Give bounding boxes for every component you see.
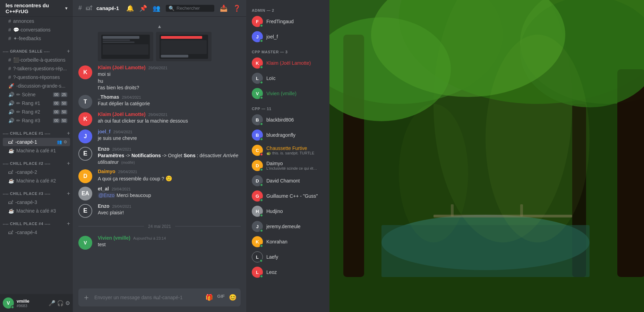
- category-chill2[interactable]: ---- CHILL PLACE #2 ---- +: [0, 155, 73, 168]
- channel-item-discussion[interactable]: 🚀 -discussion-grande-s...: [3, 82, 70, 90]
- inbox-icon[interactable]: 📥: [220, 5, 227, 12]
- message-author: Klaim (Joël Lamotte): [98, 65, 146, 70]
- message-input[interactable]: [94, 291, 201, 304]
- emoji-icon[interactable]: 😊: [229, 294, 237, 301]
- message-group: EA et_al 29/04/2021 @Enzo Merci beaucoup: [73, 185, 246, 201]
- message-author: Klaim (Joël Lamotte): [98, 112, 146, 117]
- gif-icon[interactable]: GIF: [217, 294, 225, 301]
- channel-item-feedbacks[interactable]: # ✦-feedbacks: [3, 34, 70, 43]
- member-name: bluedragonfly: [266, 132, 295, 138]
- add-channel-icon[interactable]: +: [67, 191, 70, 196]
- member-item-joelf[interactable]: J joel_f: [249, 29, 327, 44]
- member-item-blackbird[interactable]: B blackbird806: [249, 112, 327, 127]
- avatar: D: [252, 160, 263, 171]
- message-text: ah oui faut clicker sur la machine desso…: [98, 118, 241, 125]
- user-bar: V vmille #9683 🎤 🎧 ⚙: [0, 294, 73, 312]
- member-name: FredTingaud: [266, 19, 294, 24]
- server-header[interactable]: les rencontres du C++FrUG ▾: [0, 0, 73, 17]
- pin-icon[interactable]: 📌: [139, 5, 147, 12]
- gift-icon[interactable]: 🎁: [205, 294, 213, 301]
- message-text: @Enzo Merci beaucoup: [98, 192, 241, 199]
- member-item-laefy[interactable]: L Laefy: [249, 249, 327, 265]
- member-item-vivien[interactable]: V Vivien (vmille): [249, 86, 327, 101]
- member-item-leoz[interactable]: L Leoz: [249, 265, 327, 280]
- channel-item-talkers[interactable]: # ?-talkers-questions-rép...: [3, 64, 70, 73]
- channel-item-corbeille[interactable]: # ⬛-corbeille-à-questions: [3, 56, 70, 64]
- channel-item-questions[interactable]: # ?-questions-réponses: [3, 73, 70, 81]
- speaker-icon: 🔊: [8, 100, 14, 106]
- category-chill4[interactable]: ---- CHILL PLACE #4 ---- +: [0, 215, 73, 228]
- member-item-jeremy[interactable]: J jeremy.demeule: [249, 219, 327, 234]
- member-item-daimyo[interactable]: D Daimyo L'inclusivité scinde ce qui éta…: [249, 158, 327, 173]
- member-item-konrahan[interactable]: K Konrahan: [249, 234, 327, 249]
- status-dot: [260, 39, 263, 43]
- channels-list: # annonces # 💬-conversations # ✦-feedbac…: [0, 17, 73, 294]
- member-item-guillaume[interactable]: G Guillaume C++ - "Guss": [249, 188, 327, 204]
- message-text: Avec plaisir!: [98, 210, 241, 216]
- message-time: 29/04/2021: [148, 66, 168, 70]
- channel-item-canape1[interactable]: 🛋 -canapé-1 👥 ⚙: [3, 138, 70, 146]
- search-icon: 🔍: [169, 6, 174, 11]
- messages-area[interactable]: ▲ K: [73, 17, 246, 288]
- member-item-loic[interactable]: L Loïc: [249, 71, 327, 86]
- channel-item-canape4[interactable]: 🛋 -canapé-4: [3, 228, 70, 237]
- channel-item-rang1[interactable]: 🔊 ✏ Rang #1 00 50: [3, 99, 70, 107]
- image-previews: [98, 32, 241, 61]
- message-text: je suis une chevre: [98, 135, 241, 142]
- channel-item-cafe2[interactable]: ☕ Machine à café #2: [3, 177, 70, 185]
- hash-icon: #: [8, 36, 11, 41]
- bell-icon[interactable]: 🔔: [126, 5, 134, 12]
- member-item-bluedragon[interactable]: B bluedragonfly: [249, 127, 327, 143]
- member-item-chaussette[interactable]: C Chaussette Furtive 🐢 this. is. sandpit…: [249, 143, 327, 158]
- add-channel-icon[interactable]: +: [67, 48, 70, 54]
- search-box[interactable]: 🔍 Rechercher: [166, 5, 214, 12]
- member-item-fredtingaud[interactable]: F FredTingaud: [249, 14, 327, 29]
- member-name: Daimyo: [266, 161, 318, 166]
- message-group: E Enzo 29/04/2021 Paramètres -> Notifica…: [73, 145, 246, 167]
- scroll-up-button[interactable]: ▲: [73, 22, 246, 32]
- channel-item-canape2[interactable]: 🛋 -canapé-2: [3, 168, 70, 176]
- svg-point-16: [486, 35, 590, 242]
- message-input-area: ＋ 🎁 GIF 😊: [73, 288, 246, 312]
- category-chill1[interactable]: ---- CHILL PLACE #1 ---- +: [0, 125, 73, 137]
- add-attachment-button[interactable]: ＋: [83, 288, 90, 306]
- member-item-klaim[interactable]: K Klaim (Joël Lamotte): [249, 55, 327, 71]
- add-channel-icon[interactable]: +: [67, 131, 70, 136]
- channel-item-canape3[interactable]: 🛋 -canapé-3: [3, 198, 70, 206]
- settings-icon[interactable]: ⚙: [63, 140, 67, 144]
- channel-item-conversations[interactable]: # 💬-conversations: [3, 26, 70, 34]
- coffee-icon: ☕: [8, 178, 14, 184]
- add-channel-icon[interactable]: +: [67, 221, 70, 226]
- members-icon[interactable]: 👥: [153, 5, 160, 12]
- status-dot: [260, 214, 263, 217]
- channel-item-scene[interactable]: 🔊 ✏ Scène 00 25: [3, 90, 70, 99]
- microphone-icon[interactable]: 🎤: [49, 300, 55, 306]
- avatar: J: [252, 221, 263, 232]
- add-channel-icon[interactable]: +: [67, 161, 70, 166]
- channel-couch-icon: 🛋: [86, 5, 92, 12]
- member-status: L'inclusivité scinde ce qui était ...: [266, 166, 318, 170]
- channel-item-cafe1[interactable]: ☕ Machine à café #1: [3, 146, 70, 155]
- channel-item-cafe3[interactable]: ☕ Machine à café #3: [3, 207, 70, 215]
- member-name: jeremy.demeule: [266, 224, 301, 229]
- question-icon: #: [8, 66, 11, 71]
- channel-item-rang2[interactable]: 🔊 ✏ Rang #2 00 50: [3, 108, 70, 116]
- headphone-icon[interactable]: 🎧: [57, 300, 64, 306]
- message-text: Paramètres -> Notifications -> Onglet So…: [98, 152, 241, 166]
- message-input-box: ＋ 🎁 GIF 😊: [78, 288, 241, 306]
- member-name: Leoz: [266, 269, 277, 275]
- channel-item-rang3[interactable]: 🔊 ✏ Rang #3 00 50: [3, 116, 70, 125]
- settings-icon[interactable]: ⚙: [65, 300, 70, 306]
- avatar: K: [78, 112, 92, 126]
- avatar: T: [78, 95, 92, 109]
- channel-item-annonces[interactable]: # annonces: [3, 17, 70, 25]
- avatar: V: [3, 297, 14, 309]
- message-author: Daimyo: [98, 169, 115, 174]
- help-icon[interactable]: ❓: [233, 5, 241, 12]
- member-item-david[interactable]: D David Chamont: [249, 173, 327, 188]
- status-dot: [260, 275, 263, 278]
- category-grande-salle[interactable]: ---- GRANDE SALLE ---- +: [0, 43, 73, 55]
- category-chill3[interactable]: ---- CHILL PLACE #3 ---- +: [0, 185, 73, 198]
- avatar: K: [252, 57, 263, 69]
- member-item-hudjino[interactable]: H Hudjino: [249, 204, 327, 219]
